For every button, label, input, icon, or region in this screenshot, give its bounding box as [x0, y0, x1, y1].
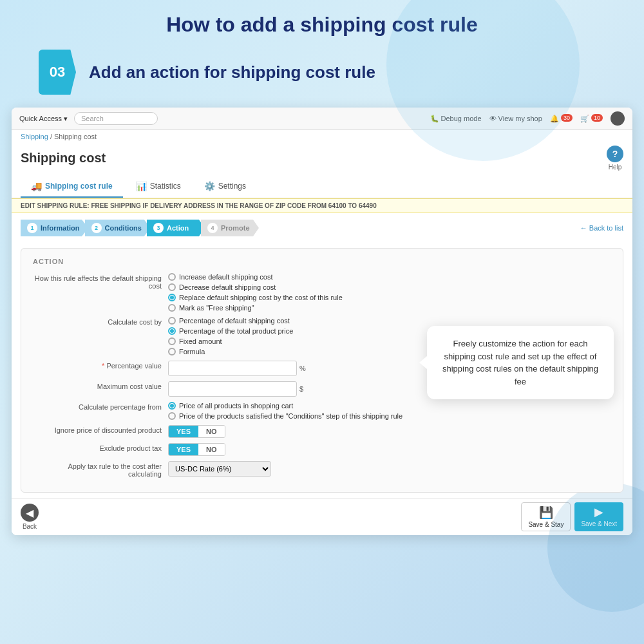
radio-formula[interactable]: Formula [168, 348, 293, 355]
radio-satisfied[interactable]: Price of the products satisfied the "Con… [168, 412, 402, 420]
max-cost-suffix: $ [299, 385, 303, 393]
percentage-value-label: Percentage value [33, 361, 162, 370]
calculate-from-options: Price of all products in shopping cart P… [168, 402, 402, 420]
alerts[interactable]: 🛒 10 [580, 115, 603, 123]
wizard-step-information[interactable]: 1 Information [21, 220, 89, 236]
search-input[interactable]: Search [74, 112, 158, 125]
breadcrumb-shipping[interactable]: Shipping [21, 133, 48, 140]
tax-rule-label: Apply tax rule to the cost after calcula… [33, 461, 162, 478]
save-icon: 💾 [539, 506, 553, 520]
alert-icon: 🛒 [580, 115, 589, 122]
radio-formula-dot [168, 348, 176, 355]
radio-pct-default[interactable]: Percentage of default shipping cost [168, 317, 293, 325]
percentage-value-input-group: % [168, 361, 306, 376]
tooltip-bubble: Freely customize the action for each shi… [427, 326, 614, 399]
radio-replace-dot [168, 294, 176, 301]
radio-increase[interactable]: Increase default shipping cost [168, 273, 343, 281]
chart-icon: 📊 [136, 181, 147, 191]
radio-free-dot [168, 304, 176, 312]
ignore-discount-row: Ignore price of discounted product YES N… [33, 425, 611, 438]
calculate-cost-options: Percentage of default shipping cost Perc… [168, 317, 293, 355]
percentage-value-input[interactable] [168, 361, 297, 376]
ignore-discount-yes[interactable]: YES [169, 426, 198, 437]
radio-pct-default-dot [168, 317, 176, 325]
radio-pct-total-dot [168, 327, 176, 335]
breadcrumb-shipping-cost: Shipping cost [54, 133, 97, 140]
edit-rule-banner: EDIT SHIPPING RULE: FREE SHIPPING IF DEL… [12, 198, 632, 213]
bell-icon: 🔔 [550, 115, 559, 122]
step-4-circle: 4 [207, 223, 218, 233]
quick-access-button[interactable]: Quick Access ▾ [19, 115, 68, 123]
radio-pct-total[interactable]: Percentage of the total product price [168, 327, 293, 335]
ignore-discount-label: Ignore price of discounted product [33, 425, 162, 434]
step-2-circle: 2 [91, 223, 102, 233]
back-button[interactable]: ◀ Back [21, 504, 39, 530]
tab-shipping-cost-rule[interactable]: 🚚 Shipping cost rule [21, 176, 123, 198]
tax-rule-row: Apply tax rule to the cost after calcula… [33, 461, 611, 478]
app-window: Quick Access ▾ Search 🐛 Debug mode 👁 Vie… [12, 108, 632, 535]
page-title-bar: Shipping cost ? Help [12, 143, 632, 176]
max-cost-input-group: $ [168, 381, 303, 397]
back-icon: ◀ [21, 504, 39, 522]
calculate-from-row: Calculate percentage from Price of all p… [33, 402, 611, 420]
ignore-discount-no[interactable]: NO [198, 426, 225, 437]
calculate-cost-label: Calculate cost by [33, 317, 162, 326]
rule-effect-options: Increase default shipping cost Decrease … [168, 273, 343, 312]
radio-decrease-dot [168, 283, 176, 291]
help-button[interactable]: ? [607, 146, 623, 162]
rule-effect-row: How this rule affects the default shippi… [33, 273, 611, 312]
exclude-tax-row: Exclude product tax YES NO [33, 443, 611, 456]
truck-icon: 🚚 [31, 181, 42, 191]
radio-satisfied-dot [168, 412, 176, 420]
page-title: Shipping cost [21, 151, 106, 166]
steps-wizard: 1 Information 2 Conditions 3 Action 4 [12, 213, 632, 243]
max-cost-label: Maximum cost value [33, 381, 162, 390]
exclude-tax-no[interactable]: NO [198, 444, 225, 455]
max-cost-input[interactable] [168, 381, 297, 397]
wizard-step-conditions[interactable]: 2 Conditions [89, 220, 151, 236]
step-3-circle: 3 [153, 223, 164, 233]
bottom-bar: ◀ Back 💾 Save & Stay ▶ Save & Next [12, 498, 632, 535]
notifications[interactable]: 🔔 30 [550, 115, 573, 123]
percentage-suffix: % [299, 365, 306, 372]
back-to-list-button[interactable]: ← Back to list [580, 224, 623, 232]
step-number: 03 [39, 50, 76, 95]
ignore-discount-toggle[interactable]: YES NO [168, 425, 225, 438]
wizard-step-promote[interactable]: 4 Promote [205, 220, 259, 236]
radio-replace[interactable]: Replace default shipping cost by the cos… [168, 294, 343, 301]
wizard-step-action[interactable]: 3 Action [151, 220, 205, 236]
exclude-tax-toggle[interactable]: YES NO [168, 443, 225, 456]
radio-decrease[interactable]: Decrease default shipping cost [168, 283, 343, 291]
rule-effect-label: How this rule affects the default shippi… [33, 273, 162, 290]
exclude-tax-yes[interactable]: YES [169, 444, 198, 455]
radio-free[interactable]: Mark as "Free shipping" [168, 304, 343, 312]
exclude-tax-label: Exclude product tax [33, 443, 162, 452]
radio-fixed-dot [168, 337, 176, 345]
radio-increase-dot [168, 273, 176, 281]
radio-fixed[interactable]: Fixed amount [168, 337, 293, 345]
section-header: ACTION [33, 258, 611, 265]
radio-all-products-dot [168, 402, 176, 410]
action-section: ACTION How this rule affects the default… [21, 248, 623, 493]
step-title: Add an action for shipping cost rule [89, 62, 375, 82]
radio-all-products[interactable]: Price of all products in shopping cart [168, 402, 402, 410]
chevron-down-icon: ▾ [64, 115, 68, 123]
avatar[interactable] [611, 111, 625, 126]
tabs-bar: 🚚 Shipping cost rule 📊 Statistics ⚙️ Set… [12, 176, 632, 198]
tab-settings[interactable]: ⚙️ Settings [194, 176, 256, 198]
step-1-circle: 1 [27, 223, 37, 233]
tab-statistics[interactable]: 📊 Statistics [126, 176, 191, 198]
gear-icon: ⚙️ [204, 181, 215, 191]
tax-rule-select[interactable]: US-DC Rate (6%) [168, 461, 271, 477]
calculate-from-label: Calculate percentage from [33, 402, 162, 411]
help-label: Help [609, 164, 622, 171]
